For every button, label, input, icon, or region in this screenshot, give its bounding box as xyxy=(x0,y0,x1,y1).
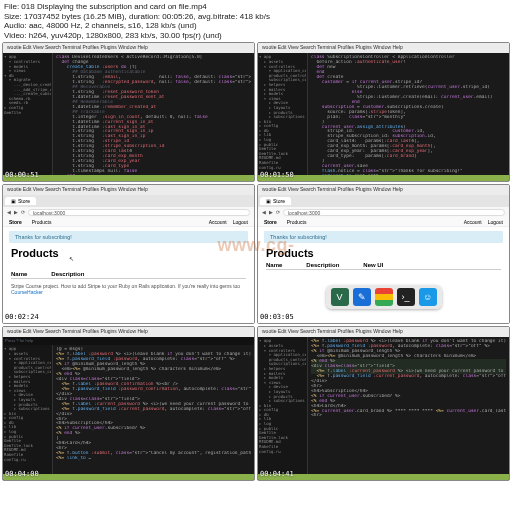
terminal-editor[interactable]: ▾ app ▸ assets ▾ controllers ▾ applicati… xyxy=(258,337,509,480)
nav-products[interactable]: Products xyxy=(32,219,52,225)
menubar[interactable]: wootie Edit View Search Terminal Profile… xyxy=(3,327,254,337)
dock-app-chrome-icon[interactable] xyxy=(375,288,393,306)
code-editor[interactable]: class SubscriptionsController < Applicat… xyxy=(308,53,509,181)
menubar[interactable]: wootie Edit View Search Terminal Profile… xyxy=(258,43,509,53)
editor-statusline xyxy=(3,175,254,181)
nav-account[interactable]: Account xyxy=(209,219,227,225)
dock-app-terminal-icon[interactable]: ›_ xyxy=(397,288,415,306)
address-bar[interactable]: localhost:3000 xyxy=(28,209,250,216)
reload-icon[interactable]: ⟳ xyxy=(276,209,280,215)
meta-audio: Audio: aac, 48000 Hz, 2 channels, s16, 1… xyxy=(4,21,508,31)
terminal-editor[interactable]: ▾ app ▸ assets ▾ controllers ▾ applicati… xyxy=(258,53,509,181)
table-header: Name Description New UI xyxy=(266,262,501,270)
col-name: Name xyxy=(11,271,27,277)
terminal-editor[interactable]: ▾ app ▾ controllers ▾ models ▾ views▾ db… xyxy=(3,53,254,181)
flash-notice: Thanks for subscribing! xyxy=(9,231,248,243)
col-name: Name xyxy=(266,262,282,268)
file-tree[interactable]: ▾ app ▸ assets ▾ controllers ▾ applicati… xyxy=(258,337,308,480)
editor-statusline xyxy=(258,474,509,480)
browser-tabbar[interactable]: ▣Store xyxy=(3,195,254,207)
tab-title: Store xyxy=(273,198,285,204)
editor-header: Press ? for help xyxy=(3,337,254,345)
panel-editor-migration: wootie Edit View Search Terminal Profile… xyxy=(2,42,255,182)
browser-tabbar[interactable]: ▣Store xyxy=(258,195,509,207)
site-brand[interactable]: Store xyxy=(9,219,22,225)
reload-icon[interactable]: ⟳ xyxy=(21,209,25,215)
tab-favicon-icon: ▣ xyxy=(266,198,271,204)
col-newui: New UI xyxy=(363,262,383,268)
code-editor[interactable]: class DeviseCreateUsers < ActiveRecord::… xyxy=(53,53,254,181)
browser-tab[interactable]: ▣Store xyxy=(5,197,36,205)
timestamp: 00:03:05 xyxy=(260,313,294,321)
page-title: Products xyxy=(266,247,501,259)
panel-browser: wootie Edit View Search Terminal Profile… xyxy=(2,184,255,324)
table-header: Name Description xyxy=(11,271,246,279)
browser-toolbar: ◀ ▶ ⟳ localhost:3000 xyxy=(3,207,254,217)
flash-notice: Thanks for subscribing! xyxy=(264,231,503,243)
panel-browser-dock: wootie Edit View Search Terminal Profile… xyxy=(257,184,510,324)
timestamp: 00:02:24 xyxy=(5,313,39,321)
menubar[interactable]: wootie Edit View Search Terminal Profile… xyxy=(258,327,509,337)
editor-statusline xyxy=(3,474,254,480)
site-nav: Store Products Account Logout xyxy=(3,217,254,227)
panel-editor-controller: wootie Edit View Search Terminal Profile… xyxy=(257,42,510,182)
editor-statusline xyxy=(258,175,509,181)
footer-link[interactable]: CourseHacker xyxy=(11,289,43,295)
browser-toolbar: ◀ ▶ ⟳ localhost:3000 xyxy=(258,207,509,217)
site-nav: Store Products Account Logout xyxy=(258,217,509,227)
footer-copy: Stripe Course project. How to add Stripe… xyxy=(11,283,246,295)
dock-app-editor-icon[interactable]: ✎ xyxy=(353,288,371,306)
panel-editor-view-card: wootie Edit View Search Terminal Profile… xyxy=(257,326,510,481)
code-editor[interactable]: (@ = msgs)<%= f.label :password %> <i>(l… xyxy=(53,345,254,480)
meta-size: Size: 17037452 bytes (16.25 MiB), durati… xyxy=(4,12,508,22)
file-tree[interactable]: ▾ app ▾ controllers ▾ models ▾ views▾ db… xyxy=(3,53,53,181)
col-desc: Description xyxy=(306,262,339,268)
back-icon[interactable]: ◀ xyxy=(7,209,11,215)
nav-logout[interactable]: Logout xyxy=(488,219,503,225)
menubar[interactable]: wootie Edit View Search Terminal Profile… xyxy=(3,185,254,195)
forward-icon[interactable]: ▶ xyxy=(14,209,18,215)
nav-account[interactable]: Account xyxy=(464,219,482,225)
col-desc: Description xyxy=(51,271,84,277)
forward-icon[interactable]: ▶ xyxy=(269,209,273,215)
tab-title: Store xyxy=(18,198,30,204)
menubar[interactable]: wootie Edit View Search Terminal Profile… xyxy=(3,43,254,53)
panel-editor-view-edit: wootie Edit View Search Terminal Profile… xyxy=(2,326,255,481)
nav-products[interactable]: Products xyxy=(287,219,307,225)
meta-video: Video: h264, yuv420p, 1280x800, 283 kb/s… xyxy=(4,31,508,41)
page-title: Products xyxy=(11,247,246,259)
back-icon[interactable]: ◀ xyxy=(262,209,266,215)
dock-app-finder-icon[interactable]: ☺ xyxy=(419,288,437,306)
page-content: Products ↖ Name Description Stripe Cours… xyxy=(3,245,254,324)
tab-favicon-icon: ▣ xyxy=(11,198,16,204)
menubar[interactable]: wootie Edit View Search Terminal Profile… xyxy=(258,185,509,195)
app-switcher-dock[interactable]: V ✎ ›_ ☺ xyxy=(326,285,442,309)
nav-logout[interactable]: Logout xyxy=(233,219,248,225)
cursor-icon: ↖ xyxy=(69,256,74,262)
timestamp: 00:04:00 xyxy=(5,470,39,478)
timestamp: 00:00:51 xyxy=(5,171,39,179)
meta-filename: File: 018 Displaying the subscription an… xyxy=(4,2,508,12)
dock-app-vim-icon[interactable]: V xyxy=(331,288,349,306)
file-tree[interactable]: ▾ app ▸ assets ▾ controllers ▾ applicati… xyxy=(258,53,308,181)
terminal-editor[interactable]: ▾ app ▸ assets ▾ controllers ▾ applicati… xyxy=(3,345,254,480)
file-metadata: File: 018 Displaying the subscription an… xyxy=(0,0,512,42)
address-bar[interactable]: localhost:3000 xyxy=(283,209,505,216)
timestamp: 00:01:50 xyxy=(260,171,294,179)
browser-tab[interactable]: ▣Store xyxy=(260,197,291,205)
site-brand[interactable]: Store xyxy=(264,219,277,225)
code-editor[interactable]: <%= f.label :password %> <i>(leave blank… xyxy=(308,337,509,480)
timestamp: 00:04:41 xyxy=(260,470,294,478)
file-tree[interactable]: ▾ app ▸ assets ▾ controllers ▾ applicati… xyxy=(3,345,53,480)
